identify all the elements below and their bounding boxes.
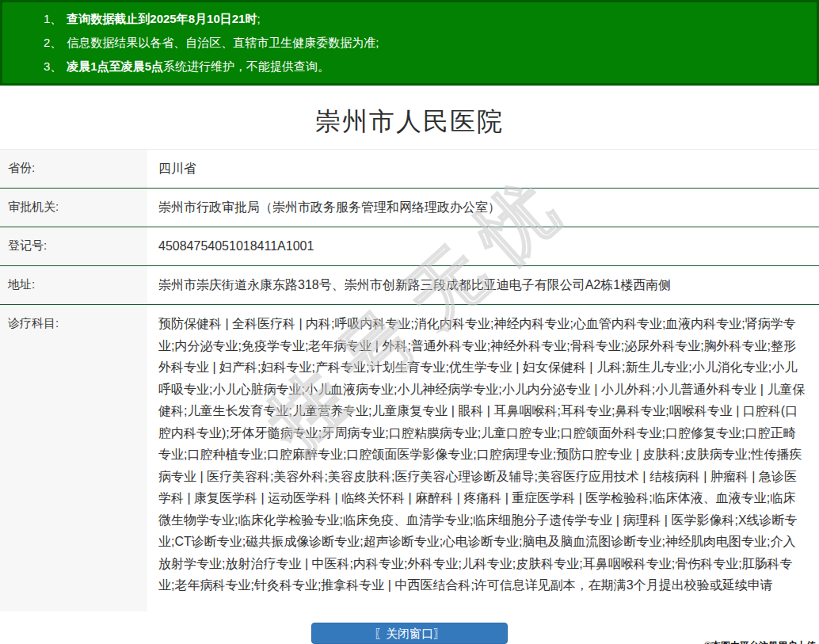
row-value: 四川省 (147, 150, 819, 188)
notice-item: 2、信息数据结果以各省、自治区、直辖市卫生健康委数据为准; (44, 31, 809, 55)
notice-bar: 1、查询数据截止到2025年8月10日21时; 2、信息数据结果以各省、自治区、… (0, 0, 819, 86)
row-label: 审批机关: (0, 189, 147, 227)
notice-text: ; (257, 12, 260, 25)
row-label: 省份: (0, 150, 147, 188)
title-section: 崇州市人民医院 (0, 86, 819, 149)
notice-bold-text: 查询数据截止到2025年8月10日21时 (67, 12, 257, 25)
row-value: 崇州市行政审批局（崇州市政务服务管理和网络理政办公室） (147, 189, 819, 227)
notice-number: 1、 (44, 12, 62, 25)
notice-text: 信息数据结果以各省、自治区、直辖市卫生健康委数据为准; (67, 36, 379, 49)
close-window-button[interactable]: 〖关闭窗口〗 (311, 623, 508, 644)
row-label: 诊疗科目: (0, 305, 147, 612)
row-label: 登记号: (0, 227, 147, 265)
notice-number: 3、 (44, 59, 62, 73)
table-row-medical-subjects: 诊疗科目: 预防保健科 | 全科医疗科 | 内科;呼吸内科专业;消化内科专业;神… (0, 304, 819, 612)
page-title: 崇州市人民医院 (0, 105, 819, 139)
attribution-text: ©本图由平台注册用户上传 (704, 639, 816, 644)
hospital-info-table: 省份: 四川省 审批机关: 崇州市行政审批局（崇州市政务服务管理和网络理政办公室… (0, 149, 819, 612)
row-value: 45084754051018411A1001 (147, 227, 819, 265)
notice-item: 3、凌晨1点至凌晨5点系统进行维护，不能提供查询。 (44, 55, 809, 78)
notice-bold-text: 凌晨1点至凌晨5点 (67, 59, 163, 73)
table-row-approval-authority: 审批机关: 崇州市行政审批局（崇州市政务服务管理和网络理政办公室） (0, 188, 819, 227)
notice-number: 2、 (44, 36, 62, 49)
notice-item: 1、查询数据截止到2025年8月10日21时; (44, 7, 809, 31)
table-row-address: 地址: 崇州市崇庆街道永康东路318号、崇州市创新路三段成都比亚迪电子有限公司A… (0, 265, 819, 304)
table-row-province: 省份: 四川省 (0, 150, 819, 188)
row-value: 崇州市崇庆街道永康东路318号、崇州市创新路三段成都比亚迪电子有限公司A2栋1楼… (147, 266, 819, 304)
footer: 〖关闭窗口〗 ©本图由平台注册用户上传 (0, 623, 819, 644)
page: 1、查询数据截止到2025年8月10日21时; 2、信息数据结果以各省、自治区、… (0, 0, 819, 644)
notice-text: 系统进行维护，不能提供查询。 (163, 59, 330, 73)
table-row-registration-number: 登记号: 45084754051018411A1001 (0, 227, 819, 265)
row-value: 预防保健科 | 全科医疗科 | 内科;呼吸内科专业;消化内科专业;神经内科专业;… (147, 305, 819, 612)
row-label: 地址: (0, 266, 147, 304)
